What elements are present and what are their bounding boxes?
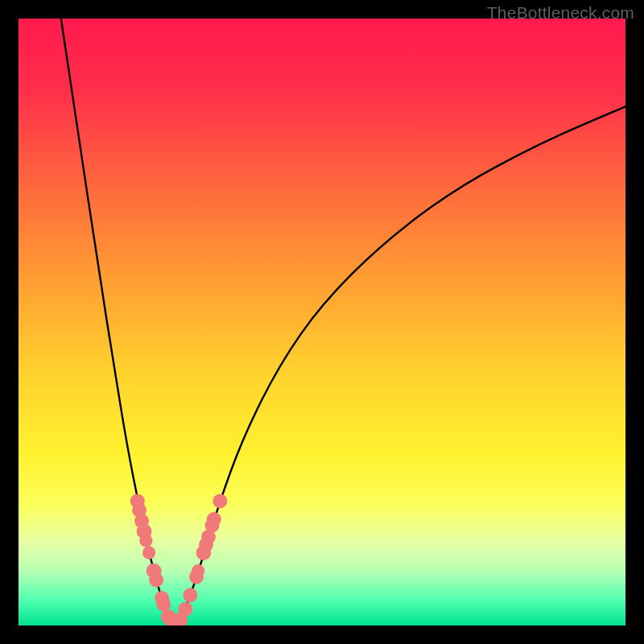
data-marker (156, 597, 171, 612)
watermark-text: TheBottleneck.com (487, 3, 634, 23)
data-marker (192, 564, 204, 577)
data-marker (178, 602, 192, 617)
chart-frame: TheBottleneck.com (0, 0, 644, 644)
data-marker (142, 546, 155, 559)
curve-left-curve (61, 19, 171, 621)
plot-area (19, 19, 625, 625)
data-marker (207, 512, 221, 526)
data-marker (149, 572, 163, 587)
data-marker (213, 493, 227, 508)
data-marker (139, 534, 152, 547)
curve-layer (19, 19, 625, 625)
curve-right-curve (180, 106, 625, 621)
data-marker (183, 588, 197, 602)
